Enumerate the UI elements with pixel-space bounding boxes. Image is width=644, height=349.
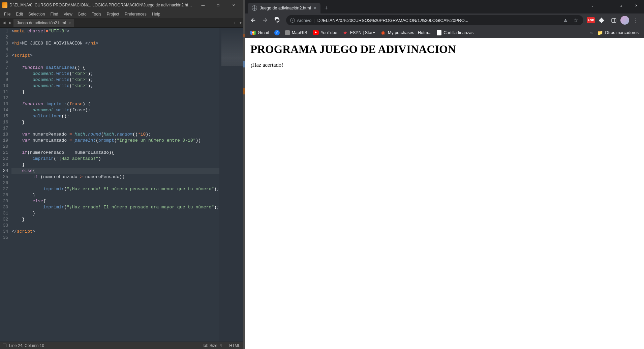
chrome-titlebar: Juego de adivinación2.html × + ⌄ ― □ ✕ [245, 0, 644, 38]
other-bookmarks-folder[interactable]: 📁 Otros marcadores [595, 29, 641, 37]
bookmark-fb[interactable]: f [272, 29, 282, 37]
tab-nav-back-icon[interactable]: ◀ [1, 20, 7, 26]
extensions-icon[interactable] [596, 15, 607, 26]
minimize-button[interactable]: ― [597, 0, 613, 11]
file-tab-label: Juego de adivinación2.html [17, 21, 66, 25]
site-info-icon[interactable]: i Archivo | [290, 18, 315, 23]
page-text: ¡Haz acertado! [250, 62, 639, 68]
status-bar: Line 24, Column 10 Tab Size: 4 HTML [0, 342, 243, 349]
folder-icon: 📁 [597, 30, 603, 35]
browser-tab[interactable]: Juego de adivinación2.html × [248, 3, 320, 13]
bookmark-espn-star-[interactable]: ★ESPN | Star+ [340, 29, 378, 37]
address-bar[interactable]: i Archivo | D:/ELIANA/0.%20CURSOS%20PROG… [286, 15, 583, 25]
menu-selection[interactable]: Selection [26, 11, 48, 17]
minimize-button[interactable]: ― [195, 0, 211, 10]
chrome-tab-strip: Juego de adivinación2.html × + ⌄ ― □ ✕ [245, 0, 644, 13]
minimap-preview [221, 29, 243, 66]
other-bookmarks-label: Otros marcadores [605, 30, 639, 35]
window-title: D:\ELIANA\0. CURSOS PROGRAMACION\1. LOGI… [9, 3, 195, 7]
profile-avatar[interactable] [620, 16, 629, 25]
bookmark-star-icon[interactable]: ☆ [572, 15, 579, 25]
bookmark-mapgis[interactable]: MapGIS [282, 29, 310, 36]
menu-file[interactable]: File [1, 11, 13, 17]
abp-extension-icon[interactable]: ABP [587, 17, 595, 23]
browser-toolbar: i Archivo | D:/ELIANA/0.%20CURSOS%20PROG… [245, 13, 644, 27]
tab-close-icon[interactable]: × [68, 21, 70, 25]
back-button[interactable] [248, 15, 258, 26]
page-heading: PROGRAMA JUEGO DE ADIVINACION [250, 43, 639, 56]
menu-edit[interactable]: Edit [13, 11, 26, 17]
file-tab[interactable]: Juego de adivinación2.html × [13, 19, 74, 27]
sidepanel-icon[interactable] [608, 15, 619, 26]
menu-tools[interactable]: Tools [89, 11, 104, 17]
sublime-window: D:\ELIANA\0. CURSOS PROGRAMACION\1. LOGI… [0, 0, 243, 349]
share-icon[interactable] [562, 15, 569, 25]
syntax-mode[interactable]: HTML [229, 343, 240, 348]
menu-help[interactable]: Help [149, 11, 163, 17]
url-text: D:/ELIANA/0.%20CURSOS%20PROGRAMACION/1.%… [317, 18, 559, 23]
bookmarks-bar: GmailfMapGISYouTube★ESPN | Star+◉My purc… [245, 27, 644, 38]
tab-close-icon[interactable]: × [314, 6, 316, 10]
reload-button[interactable] [272, 15, 283, 26]
maximize-button[interactable]: □ [211, 0, 226, 10]
tab-search-icon[interactable]: ⌄ [587, 0, 597, 11]
chrome-window: Juego de adivinación2.html × + ⌄ ― □ ✕ [245, 0, 644, 349]
new-tab-button[interactable]: + [232, 20, 238, 26]
code-content[interactable]: <meta charset="UTF-8"> <h1>MI JUEGO DE A… [11, 28, 219, 342]
tab-dropdown-icon[interactable]: ▼ [238, 21, 243, 25]
menu-project[interactable]: Project [104, 11, 122, 17]
sublime-app-icon [2, 2, 7, 8]
sublime-title-bar[interactable]: D:\ELIANA\0. CURSOS PROGRAMACION\1. LOGI… [0, 0, 243, 10]
editor-tab-row: ◀ ▶ Juego de adivinación2.html × + ▼ [0, 18, 243, 28]
menu-find[interactable]: Find [48, 11, 61, 17]
cursor-position: Line 24, Column 10 [9, 343, 44, 348]
maximize-button[interactable]: □ [613, 0, 628, 11]
close-button[interactable]: ✕ [226, 0, 241, 10]
menu-view[interactable]: View [61, 11, 75, 17]
url-scheme: Archivo [297, 18, 311, 23]
svg-rect-0 [612, 18, 616, 22]
kebab-menu-icon[interactable]: ⋮ [631, 15, 641, 26]
minimap[interactable] [219, 28, 243, 342]
forward-button[interactable] [260, 15, 271, 26]
editor-area[interactable]: 1234567891011121314151617181920212223242… [0, 28, 243, 342]
close-button[interactable]: ✕ [628, 0, 644, 11]
status-panel-icon[interactable] [3, 344, 6, 347]
page-content: PROGRAMA JUEGO DE ADIVINACION ¡Haz acert… [245, 38, 644, 349]
tab-nav-forward-icon[interactable]: ▶ [7, 20, 13, 26]
line-gutter: 1234567891011121314151617181920212223242… [0, 28, 11, 342]
tab-title: Juego de adivinación2.html [260, 6, 311, 10]
menu-bar: FileEditSelectionFindViewGotoToolsProjec… [0, 10, 243, 18]
bookmark-gmail[interactable]: Gmail [248, 29, 272, 36]
menu-goto[interactable]: Goto [75, 11, 89, 17]
bookmark-cartilla-finanzas[interactable]: Cartilla finanzas [434, 29, 476, 37]
bookmark-my-purchases-hotm-[interactable]: ◉My purchases - Hotm... [378, 29, 434, 37]
globe-icon [252, 5, 257, 11]
new-tab-button[interactable]: + [320, 3, 332, 13]
bookmark-youtube[interactable]: YouTube [310, 29, 340, 36]
menu-preferences[interactable]: Preferences [122, 11, 149, 17]
bookmarks-overflow-icon[interactable]: » [588, 30, 595, 35]
tab-size[interactable]: Tab Size: 4 [202, 343, 222, 348]
